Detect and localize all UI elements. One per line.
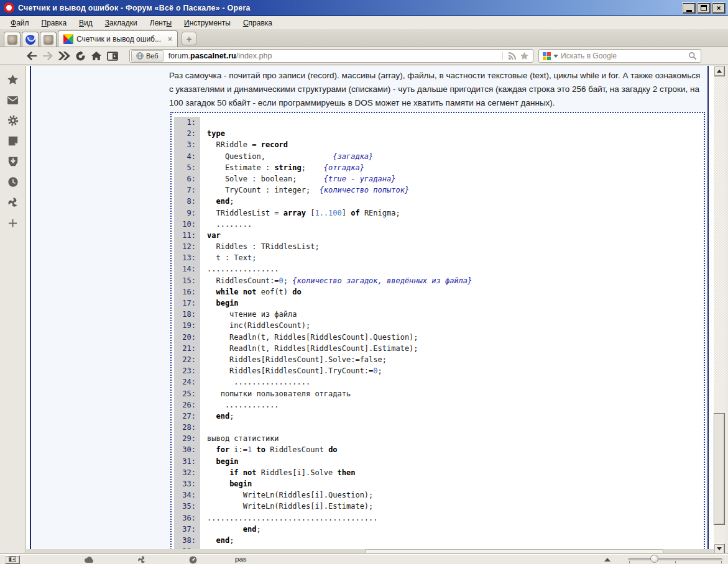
menu-item[interactable]: Файл [5, 17, 35, 29]
downloads-icon[interactable] [7, 155, 19, 168]
window-title: Счетчик и вывод ошибок - Форум «Всё о Па… [18, 4, 682, 12]
history-clock-icon[interactable] [7, 176, 19, 188]
line-number: 21: [174, 343, 200, 354]
code-text: begin [200, 298, 239, 309]
scroll-down-button[interactable] [714, 544, 725, 554]
panels-toggle-button[interactable] [104, 48, 121, 63]
code-text: TryCount : integer; {количество попыток} [200, 184, 409, 196]
address-bar[interactable]: Веб forum.pascalnet.ru/index.php [129, 49, 533, 63]
navigation-toolbar: Веб forum.pascalnet.ru/index.php [0, 47, 728, 65]
scroll-up-button[interactable] [714, 66, 725, 76]
vertical-scrollbar[interactable] [714, 66, 725, 554]
zoom-menu-icon[interactable] [604, 558, 611, 562]
panel-toggle-button[interactable] [5, 555, 20, 564]
code-text: ............ [200, 399, 279, 411]
line-number: 32: [174, 467, 200, 478]
notes-icon[interactable] [7, 135, 19, 147]
menu-item[interactable]: Закладки [99, 17, 143, 29]
menu-item[interactable]: Справка [237, 17, 278, 29]
line-number: 36: [174, 512, 200, 524]
line-number: 38: [174, 535, 200, 546]
code-line: 29:вывод статистики [174, 433, 704, 444]
unite-swirl-icon[interactable] [7, 196, 19, 209]
line-number: 23: [174, 365, 200, 376]
bookmarks-star-icon[interactable] [7, 73, 19, 86]
opera-window: { "window": { "title": "Счетчик и вывод … [0, 0, 728, 564]
line-number: 17: [174, 298, 200, 309]
turbo-icon[interactable] [187, 555, 199, 564]
code-text: t : Text; [200, 252, 256, 263]
horizontal-scroll-thumb[interactable] [365, 549, 663, 554]
code-line: 27: end; [174, 411, 704, 422]
rss-feed-icon[interactable] [508, 52, 516, 60]
smiley-favicon [25, 35, 35, 45]
line-number: 20: [174, 332, 200, 343]
code-text: Riddles : TRiddlesList; [200, 241, 320, 252]
unite-status-icon[interactable] [136, 555, 148, 564]
menu-item[interactable]: Вид [73, 17, 98, 29]
menu-item[interactable]: Инструменты [178, 17, 236, 29]
search-engine-dropdown-icon[interactable] [553, 55, 558, 58]
tab-background-3[interactable] [40, 32, 57, 47]
back-button[interactable] [24, 48, 40, 63]
code-text: WriteLn(Riddles[i].Estimate); [200, 501, 373, 512]
code-text: вывод статистики [200, 433, 279, 444]
line-number: 31: [174, 456, 200, 467]
maximize-button[interactable] [697, 2, 711, 14]
line-number: 29: [174, 433, 200, 444]
home-icon [91, 51, 102, 61]
code-line: 30: for i:=1 to RiddlesCount do [174, 444, 704, 455]
menu-item[interactable]: Правка [36, 17, 73, 29]
web-badge[interactable]: Веб [131, 50, 164, 61]
reload-button[interactable] [72, 48, 88, 63]
tab-background-1[interactable] [4, 32, 21, 47]
code-line: 18: чтение из файла [174, 309, 704, 320]
new-tab-button[interactable]: + [182, 32, 196, 45]
scroll-up-icon [717, 70, 722, 73]
tab-close-icon[interactable]: × [168, 35, 172, 43]
forward-button[interactable] [40, 48, 56, 63]
fast-forward-button[interactable] [56, 48, 72, 63]
post-paragraph: Раз самоучка - почитай про записи (recor… [169, 69, 705, 110]
code-text: begin [200, 456, 239, 467]
code-text: inc(RiddlesCount); [200, 320, 310, 331]
search-magnifier-icon[interactable] [688, 52, 697, 60]
zoom-tick [675, 561, 676, 563]
cloud-sync-icon[interactable] [83, 555, 95, 564]
code-text: чтение из файла [200, 309, 297, 320]
close-button[interactable]: × [712, 2, 726, 14]
zoom-slider-thumb[interactable] [650, 555, 658, 563]
minimize-button[interactable] [682, 2, 696, 14]
code-text [200, 117, 207, 128]
code-line: 2:type [174, 128, 704, 139]
code-line: 22: Riddles[RiddlesCount].Solve:=false; [174, 354, 704, 365]
horizontal-scrollbar[interactable] [26, 549, 714, 554]
gear-icon[interactable] [7, 114, 19, 127]
vertical-scroll-thumb[interactable] [714, 413, 725, 525]
home-button[interactable] [88, 48, 104, 63]
code-text: ........ [200, 219, 252, 230]
code-text: WriteLn(Riddles[i].Question); [200, 489, 373, 501]
scroll-down-icon [717, 547, 722, 550]
search-bar[interactable] [538, 49, 701, 63]
cat-favicon [44, 35, 53, 45]
line-number: 2: [174, 128, 200, 139]
zoom-slider-track[interactable] [628, 558, 722, 560]
tab-background-2[interactable] [22, 32, 39, 47]
code-line: 20: Readln(t, Riddles[RiddlesCount].Ques… [174, 332, 704, 343]
add-panel-plus-icon[interactable] [7, 217, 19, 229]
line-number: 18: [174, 309, 200, 320]
line-number: 9: [174, 207, 200, 219]
code-line: 26: ............ [174, 399, 704, 411]
code-line: 38: end; [174, 535, 704, 546]
code-text: ................. [200, 376, 310, 388]
menu-item[interactable]: Ленты [144, 17, 177, 29]
tab-active[interactable]: Счетчик и вывод ошиб... × [58, 30, 178, 47]
search-input[interactable] [561, 52, 686, 60]
forum-post-area: Раз самоучка - почитай про записи (recor… [30, 66, 709, 549]
code-line: 6: Solve : boolean; {true - угадана} [174, 173, 704, 184]
bookmark-star-icon[interactable] [520, 52, 529, 60]
url-text[interactable]: forum.pascalnet.ru/index.php [168, 52, 502, 60]
mail-icon[interactable] [7, 94, 19, 106]
code-text: end; [200, 196, 234, 207]
